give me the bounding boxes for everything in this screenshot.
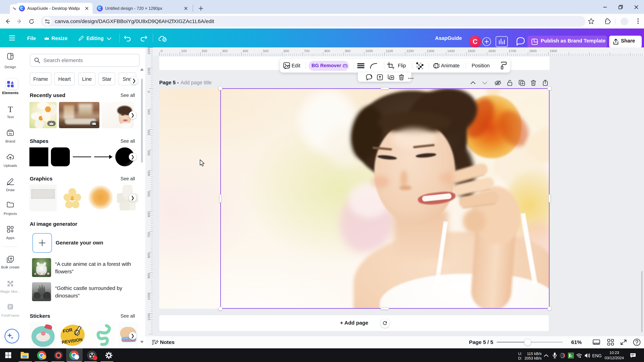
- svg-text:F: F: [9, 305, 12, 309]
- svg-text:co: co: [9, 132, 12, 135]
